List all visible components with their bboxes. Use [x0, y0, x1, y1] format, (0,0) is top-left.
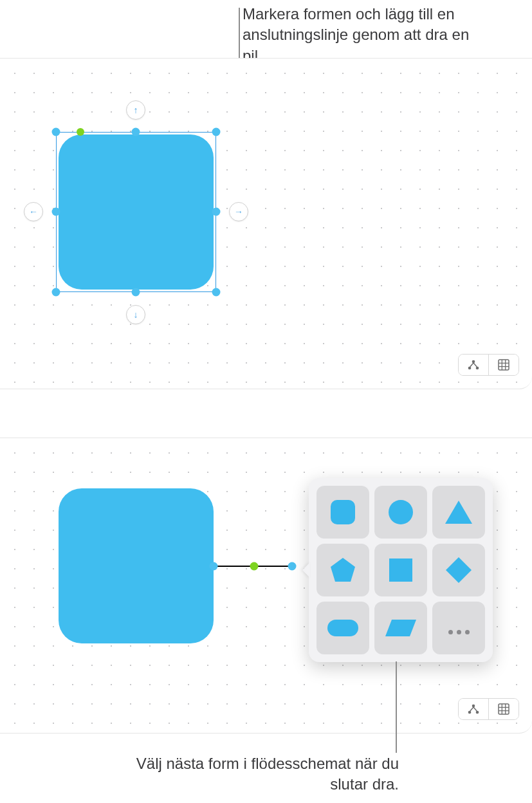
square-icon [388, 557, 414, 583]
sel-handle-bm[interactable] [132, 288, 140, 297]
shape-option-square[interactable] [374, 544, 427, 596]
arrow-left-icon: ← [29, 207, 38, 217]
svg-rect-14 [389, 558, 412, 582]
sel-handle-ml[interactable] [52, 208, 60, 216]
canvas-panel-top: ↑ ↓ ← → [0, 58, 532, 389]
shape-option-circle[interactable] [374, 486, 427, 539]
shape-option-pentagon[interactable] [316, 544, 369, 596]
arrow-up-icon: ↑ [134, 105, 138, 115]
svg-rect-16 [327, 620, 358, 636]
pentagon-icon [329, 556, 357, 584]
svg-marker-13 [331, 558, 355, 582]
arrow-down-icon: ↓ [134, 309, 138, 320]
shape-picker-popover [309, 478, 493, 662]
svg-line-22 [473, 707, 477, 711]
callout-top: Markera formen och lägg till en anslutni… [243, 4, 487, 66]
selection-box [56, 132, 216, 292]
svg-line-3 [470, 363, 473, 367]
svg-point-20 [476, 711, 479, 714]
sel-handle-tl[interactable] [52, 128, 60, 136]
triangle-icon [444, 499, 473, 526]
shape-option-rounded-square[interactable] [316, 486, 369, 539]
rotation-handle[interactable] [77, 128, 84, 136]
canvas-panel-bottom [0, 438, 532, 734]
grid-icon [498, 703, 509, 715]
pill-icon [326, 618, 360, 638]
svg-rect-23 [499, 704, 509, 714]
diagram-icon [467, 359, 480, 371]
more-icon [448, 615, 470, 641]
source-shape[interactable] [59, 488, 214, 643]
connector-end[interactable] [288, 562, 297, 571]
shape-option-parallelogram[interactable] [374, 602, 427, 654]
connector-start[interactable] [210, 562, 218, 571]
parallelogram-icon [384, 618, 417, 638]
svg-point-11 [389, 500, 413, 524]
sel-handle-tm[interactable] [132, 128, 140, 136]
diamond-icon [444, 555, 473, 585]
grid-mode-button[interactable] [489, 355, 518, 375]
sel-handle-mr[interactable] [212, 208, 221, 216]
grid-icon [498, 359, 509, 371]
svg-point-1 [468, 367, 472, 370]
circle-icon [387, 498, 415, 526]
svg-rect-10 [331, 500, 355, 524]
arrow-handle-up[interactable]: ↑ [126, 100, 145, 120]
svg-point-18 [472, 705, 475, 708]
svg-point-2 [476, 367, 479, 370]
rounded-square-icon [329, 498, 357, 526]
callout-bottom: Välj nästa form i flödesschemat när du s… [129, 753, 399, 795]
sel-handle-tr[interactable] [212, 128, 221, 136]
grid-mode-button[interactable] [489, 699, 518, 719]
diagram-mode-button[interactable] [459, 699, 488, 719]
arrow-handle-right[interactable]: → [229, 202, 248, 221]
canvas-toolbar-top [458, 354, 519, 376]
diagram-mode-button[interactable] [459, 355, 488, 375]
svg-line-4 [473, 363, 477, 367]
arrow-right-icon: → [234, 207, 243, 217]
sel-handle-br[interactable] [212, 288, 221, 297]
svg-rect-5 [499, 360, 509, 370]
svg-marker-17 [385, 620, 416, 636]
canvas-toolbar-bottom [458, 698, 519, 720]
svg-marker-15 [446, 557, 472, 583]
diagram-icon [467, 703, 480, 715]
svg-point-19 [468, 711, 472, 714]
shape-option-diamond[interactable] [432, 544, 485, 596]
svg-point-0 [472, 360, 475, 364]
shape-option-more[interactable] [432, 602, 485, 654]
sel-handle-bl[interactable] [52, 288, 60, 297]
arrow-handle-left[interactable]: ← [24, 202, 43, 221]
shape-option-triangle[interactable] [432, 486, 485, 539]
shape-option-rounded-pill[interactable] [316, 602, 369, 654]
svg-marker-12 [445, 501, 472, 524]
svg-line-21 [470, 707, 473, 711]
callout-line-bottom [396, 661, 397, 753]
connector-mid[interactable] [250, 562, 259, 571]
arrow-handle-down[interactable]: ↓ [126, 305, 145, 324]
